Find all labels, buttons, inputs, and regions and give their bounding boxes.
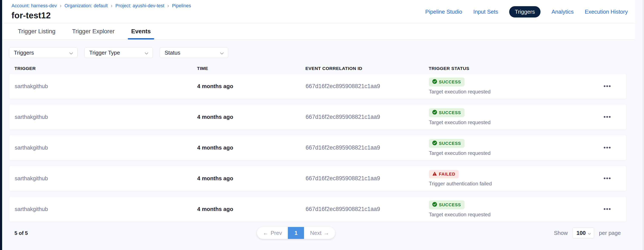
- status-detail: Target execution requested: [429, 212, 491, 218]
- status-detail: Target execution requested: [429, 89, 491, 95]
- check-circle-icon: [432, 202, 437, 208]
- column-header-trigger: TRIGGER: [14, 66, 197, 71]
- cell-time: 4 months ago: [197, 144, 306, 151]
- status-badge: FAILED: [429, 170, 459, 178]
- events-table: sarthakgithub 4 months ago 667d16f2ec895…: [9, 73, 626, 222]
- column-header-trigger-status: TRIGGER STATUS: [429, 66, 601, 71]
- status-badge: SUCCESS: [429, 200, 464, 209]
- cell-trigger-name: sarthakgithub: [15, 144, 197, 151]
- ellipsis-icon: [604, 147, 606, 149]
- event-row: sarthakgithub 4 months ago 667d16f2ec895…: [9, 73, 626, 99]
- check-circle-icon: [432, 110, 437, 116]
- events-table-header: TRIGGER TIME EVENT CORRELATION ID TRIGGE…: [9, 64, 626, 73]
- nav-link-execution-history[interactable]: Execution History: [585, 9, 628, 15]
- cell-event-correlation-id: 667d16f2ec895908821c1aa9: [306, 83, 429, 90]
- event-row: sarthakgithub 4 months ago 667d16f2ec895…: [9, 196, 626, 222]
- filter-triggers-dropdown[interactable]: Triggers: [9, 47, 78, 58]
- filter-bar: Triggers Trigger Type Status: [9, 47, 635, 58]
- breadcrumb-account-link[interactable]: Account: harness-dev: [12, 3, 57, 9]
- cell-time: 4 months ago: [197, 83, 306, 90]
- page-1-button[interactable]: 1: [288, 227, 304, 239]
- page-header-panel: Account: harness-dev › Organization: def…: [2, 0, 635, 40]
- cell-time: 4 months ago: [197, 175, 306, 182]
- event-row: sarthakgithub 4 months ago 667d16f2ec895…: [9, 104, 626, 130]
- status-badge: SUCCESS: [429, 139, 464, 148]
- row-menu-button[interactable]: [601, 143, 614, 152]
- breadcrumb-separator: ›: [168, 3, 169, 8]
- row-menu-button[interactable]: [601, 82, 614, 90]
- event-row: sarthakgithub 4 months ago 667d16f2ec895…: [9, 166, 626, 191]
- nav-link-pipeline-studio[interactable]: Pipeline Studio: [425, 9, 462, 15]
- chevron-down-icon: [69, 50, 73, 56]
- cell-trigger-name: sarthakgithub: [15, 83, 197, 90]
- pipeline-header: Account: harness-dev › Organization: def…: [2, 0, 635, 24]
- chevron-down-icon: [220, 50, 224, 56]
- cell-event-correlation-id: 667d16f2ec895908821c1aa9: [306, 206, 429, 212]
- filter-triggers-label: Triggers: [14, 50, 34, 56]
- ellipsis-icon: [604, 116, 606, 118]
- cell-trigger-status: FAILED Trigger authentication failed: [429, 170, 601, 187]
- event-row: sarthakgithub 4 months ago 667d16f2ec895…: [9, 135, 626, 160]
- breadcrumb-separator: ›: [60, 3, 62, 8]
- filter-trigger-type-label: Trigger Type: [89, 50, 120, 56]
- filter-trigger-type-dropdown[interactable]: Trigger Type: [84, 47, 153, 58]
- chevron-down-icon: [144, 50, 148, 56]
- cell-trigger-name: sarthakgithub: [15, 206, 197, 212]
- status-detail: Trigger authentication failed: [429, 181, 492, 187]
- ellipsis-icon: [604, 208, 606, 210]
- ellipsis-icon: [604, 177, 606, 179]
- ellipsis-icon: [604, 85, 606, 87]
- cell-trigger-status: SUCCESS Target execution requested: [429, 108, 601, 126]
- cell-trigger-status: SUCCESS Target execution requested: [429, 139, 601, 156]
- pagination: 5 of 5 ← Prev 1 Next → Show 100 per page: [9, 227, 626, 240]
- arrow-left-icon: ←: [263, 230, 268, 236]
- events-content: Triggers Trigger Type Status TRIGGER TIM…: [2, 40, 635, 250]
- pager: ← Prev 1 Next →: [257, 227, 335, 239]
- cell-event-correlation-id: 667d16f2ec895908821c1aa9: [306, 114, 429, 120]
- tab-trigger-listing[interactable]: Trigger Listing: [14, 24, 59, 39]
- cell-event-correlation-id: 667d16f2ec895908821c1aa9: [306, 175, 429, 182]
- nav-link-analytics[interactable]: Analytics: [552, 9, 574, 15]
- status-detail: Target execution requested: [429, 119, 491, 126]
- row-menu-button[interactable]: [601, 174, 614, 183]
- status-detail: Target execution requested: [429, 150, 491, 156]
- nav-link-triggers[interactable]: Triggers: [509, 6, 540, 18]
- column-header-time: TIME: [197, 66, 306, 71]
- pipeline-top-nav: Pipeline Studio Input Sets Triggers Anal…: [425, 7, 628, 17]
- row-menu-button[interactable]: [601, 205, 614, 213]
- cell-time: 4 months ago: [197, 206, 306, 212]
- arrow-right-icon: →: [324, 230, 329, 236]
- prev-button[interactable]: ← Prev: [257, 227, 288, 239]
- breadcrumb-project-link[interactable]: Project: ayushi-dev-test: [116, 3, 164, 9]
- status-badge-label: FAILED: [439, 172, 455, 177]
- page-count: 5 of 5: [14, 230, 28, 236]
- row-menu-button[interactable]: [601, 113, 614, 121]
- check-circle-icon: [432, 141, 437, 146]
- page-size-select[interactable]: 100: [572, 227, 594, 238]
- filter-status-label: Status: [164, 50, 180, 56]
- prev-label: Prev: [271, 230, 282, 236]
- column-header-event-correlation-id: EVENT CORRELATION ID: [306, 66, 429, 71]
- filter-status-dropdown[interactable]: Status: [160, 47, 228, 58]
- left-nav-edge: [0, 0, 2, 250]
- status-badge-label: SUCCESS: [439, 141, 461, 146]
- tab-trigger-explorer[interactable]: Trigger Explorer: [68, 24, 118, 39]
- warning-triangle-icon: [432, 172, 437, 177]
- tab-events[interactable]: Events: [128, 24, 154, 39]
- status-badge: SUCCESS: [429, 108, 464, 117]
- breadcrumb-organization-link[interactable]: Organization: default: [64, 3, 108, 9]
- status-badge: SUCCESS: [429, 78, 464, 86]
- cell-trigger-status: SUCCESS Target execution requested: [429, 200, 601, 218]
- next-button[interactable]: Next →: [304, 227, 335, 239]
- breadcrumb-separator: ›: [111, 3, 112, 8]
- nav-link-input-sets[interactable]: Input Sets: [473, 9, 498, 15]
- cell-trigger-name: sarthakgithub: [15, 175, 197, 182]
- next-label: Next: [310, 230, 321, 236]
- trigger-tabs: Trigger Listing Trigger Explorer Events: [2, 24, 635, 40]
- chevron-down-icon: [588, 230, 591, 236]
- check-circle-icon: [432, 79, 437, 85]
- breadcrumb-pipelines-link[interactable]: Pipelines: [172, 3, 191, 9]
- scrollbar-track-line: [643, 0, 643, 250]
- per-page-label: per page: [599, 230, 621, 236]
- status-badge-label: SUCCESS: [439, 80, 461, 84]
